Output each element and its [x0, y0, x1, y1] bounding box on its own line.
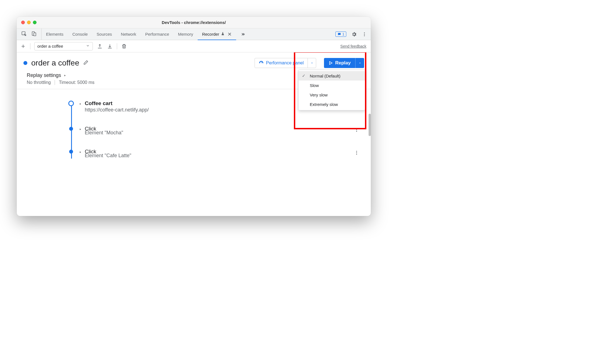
speed-option-very-slow[interactable]: ✓ Very slow — [299, 90, 365, 100]
divider — [30, 43, 30, 49]
step-menu-icon[interactable] — [354, 150, 359, 156]
tabs-right-tools: 1 — [332, 28, 371, 40]
replay-label: Replay — [335, 60, 351, 66]
speed-option-extremely-slow[interactable]: ✓ Extremely slow — [299, 100, 365, 109]
replay-speed-dropdown[interactable] — [355, 58, 364, 68]
tab-network[interactable]: Network — [117, 28, 141, 40]
export-icon[interactable] — [97, 43, 103, 49]
edit-title-icon[interactable] — [83, 60, 89, 66]
performance-panel-label: Performance panel — [266, 60, 304, 65]
devtools-tabs: Elements Console Sources Network Perform… — [17, 28, 371, 40]
throttling-value: No throttling — [27, 80, 51, 85]
step-row[interactable]: Click Element "Cafe Latte" — [67, 149, 361, 159]
minimize-window-button[interactable] — [27, 21, 31, 24]
timeline-node — [69, 127, 73, 131]
performance-panel-button[interactable]: Performance panel — [255, 58, 316, 68]
expand-step-icon[interactable] — [79, 150, 82, 155]
tab-performance[interactable]: Performance — [141, 28, 174, 40]
svg-point-4 — [364, 34, 365, 35]
inspect-icon[interactable] — [21, 31, 27, 37]
performance-panel-dropdown[interactable] — [308, 58, 316, 68]
svg-point-11 — [356, 131, 357, 132]
timeout-value: Timeout: 5000 ms — [59, 80, 94, 85]
inspect-tools — [17, 28, 42, 40]
replay-settings-label: Replay settings — [27, 72, 61, 78]
speed-option-slow[interactable]: ✓ Slow — [299, 81, 365, 90]
divider — [55, 80, 55, 85]
step-title: Click — [85, 149, 88, 152]
recording-status-dot — [23, 61, 27, 65]
svg-point-13 — [356, 152, 357, 153]
svg-point-5 — [364, 35, 365, 36]
recording-select[interactable]: order a coffee — [34, 42, 93, 50]
step-subtitle: Element "Cafe Latte" — [85, 153, 131, 159]
tab-sources[interactable]: Sources — [92, 28, 117, 40]
delete-icon[interactable] — [121, 43, 127, 49]
window-title: DevTools - chrome://extensions/ — [17, 20, 371, 25]
speed-option-label: Normal (Default) — [310, 74, 340, 78]
step-row[interactable]: Click Element "Mocha" — [67, 126, 361, 136]
timeline-node — [68, 101, 74, 106]
svg-point-10 — [356, 130, 357, 130]
performance-panel-main[interactable]: Performance panel — [255, 58, 308, 68]
devtools-window: DevTools - chrome://extensions/ Elements… — [17, 17, 371, 216]
expand-step-icon[interactable] — [79, 102, 82, 107]
send-feedback-link[interactable]: Send feedback — [340, 44, 366, 48]
replay-speed-menu: ✓ Normal (Default) ✓ Slow ✓ Very slow ✓ … — [298, 70, 365, 110]
step-menu-icon[interactable] — [354, 127, 359, 134]
speed-option-label: Very slow — [310, 93, 328, 97]
tab-recorder[interactable]: Recorder ✕ — [198, 28, 236, 40]
replay-main[interactable]: Replay — [324, 58, 355, 68]
recorder-main: order a coffee Performance panel Replay — [17, 52, 371, 216]
check-icon: ✓ — [302, 73, 306, 78]
more-menu-icon[interactable] — [362, 32, 367, 37]
close-window-button[interactable] — [21, 21, 25, 24]
traffic-lights — [21, 21, 37, 24]
step-title: Click — [85, 126, 88, 129]
scrollbar-thumb[interactable] — [369, 114, 371, 136]
issues-badge[interactable]: 1 — [335, 31, 346, 37]
recording-title: order a coffee — [31, 59, 79, 67]
speed-option-normal[interactable]: ✓ Normal (Default) — [299, 71, 365, 81]
svg-point-12 — [356, 151, 357, 152]
tab-elements[interactable]: Elements — [42, 28, 68, 40]
chevron-down-icon — [86, 44, 90, 48]
expand-step-icon[interactable] — [79, 127, 82, 132]
device-toggle-icon[interactable] — [31, 31, 37, 37]
settings-icon[interactable] — [351, 31, 357, 37]
tab-recorder-label: Recorder — [202, 32, 219, 37]
recorder-toolbar: order a coffee Send feedback — [17, 40, 371, 52]
import-icon[interactable] — [107, 43, 113, 49]
step-title: Coffee cart — [85, 100, 149, 106]
svg-point-9 — [356, 128, 357, 129]
tab-console[interactable]: Console — [68, 28, 92, 40]
chevron-right-icon — [63, 74, 67, 77]
flask-icon — [221, 32, 225, 37]
recording-header: order a coffee Performance panel Replay — [17, 52, 371, 70]
close-tab-icon[interactable]: ✕ — [228, 31, 232, 37]
tabs-overflow[interactable] — [236, 28, 250, 40]
svg-point-3 — [364, 32, 365, 33]
step-subtitle: Element "Mocha" — [85, 130, 123, 136]
divider — [117, 43, 117, 49]
speed-option-label: Extremely slow — [310, 102, 338, 107]
new-recording-icon[interactable] — [20, 43, 26, 49]
speed-option-label: Slow — [310, 83, 319, 88]
maximize-window-button[interactable] — [33, 21, 37, 24]
timeline-node — [69, 150, 73, 154]
recording-select-label: order a coffee — [37, 44, 63, 48]
svg-rect-2 — [34, 33, 36, 36]
titlebar: DevTools - chrome://extensions/ — [17, 17, 371, 28]
tab-memory[interactable]: Memory — [174, 28, 198, 40]
issues-count: 1 — [342, 32, 344, 36]
svg-point-14 — [356, 154, 357, 155]
replay-button[interactable]: Replay — [324, 58, 364, 68]
step-subtitle: https://coffee-cart.netlify.app/ — [85, 107, 149, 113]
